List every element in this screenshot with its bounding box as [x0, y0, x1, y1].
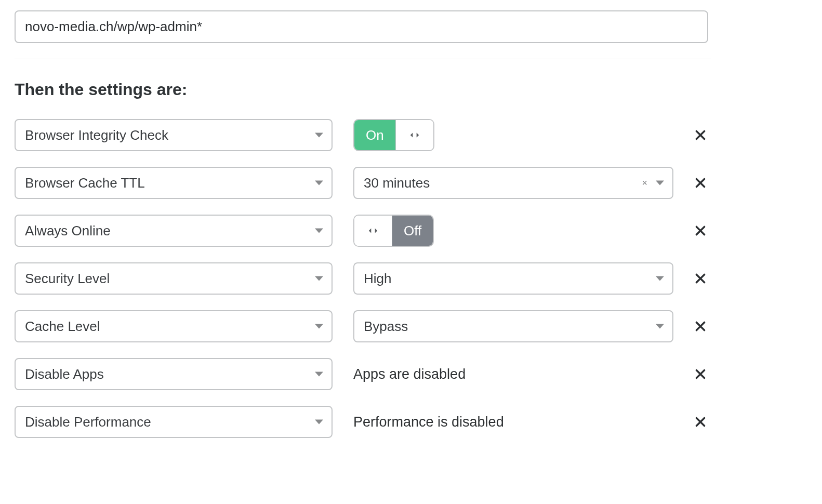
setting-toggle[interactable]: On: [353, 119, 434, 151]
toggle-on-label: On: [354, 120, 396, 150]
settings-row: Disable Apps Apps are disabled: [15, 358, 711, 390]
settings-row: Browser Integrity Check On: [15, 119, 711, 151]
settings-row: Browser Cache TTL 30 minutes ×: [15, 167, 711, 199]
settings-row: Cache Level Bypass: [15, 310, 711, 342]
settings-row: Disable Performance Performance is disab…: [15, 406, 711, 438]
close-icon: [694, 320, 707, 333]
chevron-down-icon: [656, 181, 664, 185]
remove-setting-button[interactable]: [690, 412, 711, 432]
toggle-slider-icon: [396, 120, 433, 150]
setting-name-label: Always Online: [25, 223, 111, 239]
setting-value-text: Apps are disabled: [353, 366, 466, 382]
chevron-down-icon: [656, 276, 664, 281]
remove-setting-button[interactable]: [690, 173, 711, 193]
setting-name-label: Browser Integrity Check: [25, 127, 168, 143]
remove-setting-button[interactable]: [690, 364, 711, 384]
close-icon: [694, 176, 707, 190]
setting-name-label: Disable Performance: [25, 414, 151, 430]
setting-name-select[interactable]: Security Level: [15, 262, 333, 295]
chevron-down-icon: [315, 276, 323, 281]
setting-value-select[interactable]: 30 minutes ×: [353, 167, 673, 199]
setting-name-select[interactable]: Disable Apps: [15, 358, 333, 390]
setting-name-select[interactable]: Always Online: [15, 215, 333, 247]
setting-value-select[interactable]: Bypass: [353, 310, 673, 342]
remove-setting-button[interactable]: [690, 316, 711, 337]
chevron-down-icon: [315, 133, 323, 138]
close-icon: [694, 128, 707, 142]
chevron-down-icon: [315, 229, 323, 233]
section-divider: [15, 59, 711, 59]
setting-value-label: 30 minutes: [364, 175, 430, 191]
setting-toggle[interactable]: Off: [353, 215, 434, 247]
close-icon: [694, 224, 707, 237]
remove-setting-button[interactable]: [690, 268, 711, 289]
setting-value-label: Bypass: [364, 319, 408, 335]
close-icon: [694, 415, 707, 429]
toggle-slider-icon: [354, 216, 392, 246]
section-heading: Then the settings are:: [15, 80, 812, 99]
settings-row: Security Level High: [15, 262, 711, 295]
remove-setting-button[interactable]: [690, 220, 711, 241]
settings-row: Always Online Off: [15, 215, 711, 247]
setting-name-select[interactable]: Disable Performance: [15, 406, 333, 438]
chevron-down-icon: [315, 420, 323, 425]
chevron-down-icon: [656, 324, 664, 329]
chevron-down-icon: [315, 372, 323, 377]
clear-value-button[interactable]: ×: [642, 178, 647, 189]
close-icon: [694, 367, 707, 381]
url-pattern-input[interactable]: [15, 10, 708, 43]
toggle-off-label: Off: [392, 216, 433, 246]
setting-value-select[interactable]: High: [353, 262, 673, 295]
setting-value-text: Performance is disabled: [353, 414, 504, 430]
remove-setting-button[interactable]: [690, 125, 711, 145]
setting-name-select[interactable]: Browser Cache TTL: [15, 167, 333, 199]
setting-name-label: Security Level: [25, 271, 110, 287]
settings-list: Browser Integrity Check On Browser Cache…: [15, 119, 711, 438]
chevron-down-icon: [315, 324, 323, 329]
chevron-down-icon: [315, 181, 323, 185]
setting-name-label: Cache Level: [25, 319, 100, 335]
setting-name-select[interactable]: Browser Integrity Check: [15, 119, 333, 151]
setting-name-select[interactable]: Cache Level: [15, 310, 333, 342]
close-icon: [694, 272, 707, 285]
setting-name-label: Disable Apps: [25, 366, 104, 382]
setting-name-label: Browser Cache TTL: [25, 175, 145, 191]
setting-value-label: High: [364, 271, 391, 287]
